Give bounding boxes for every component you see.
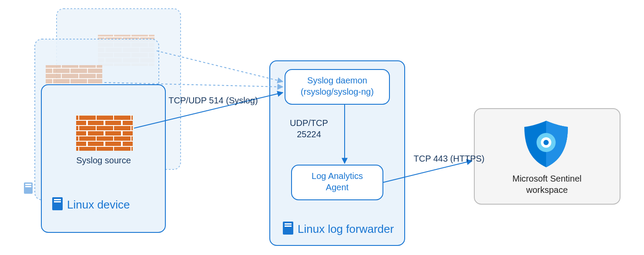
agent-label-2: Agent: [326, 182, 349, 192]
edge-label-syslog: TCP/UDP 514 (Syslog): [168, 96, 258, 105]
log-forwarder-panel: Syslog daemon (rsyslog/syslog-ng) UDP/TC…: [270, 61, 405, 245]
syslog-source-label: Syslog source: [76, 156, 131, 165]
edge-label-internal-1: UDP/TCP: [290, 118, 328, 128]
sentinel-label-2: workspace: [526, 185, 568, 195]
svg-rect-14: [25, 184, 31, 185]
syslog-daemon-label-2: (rsyslog/syslog-ng): [301, 87, 374, 96]
syslog-daemon-box: Syslog daemon (rsyslog/syslog-ng): [285, 70, 389, 104]
sentinel-label-1: Microsoft Sentinel: [513, 174, 582, 183]
sentinel-panel: Microsoft Sentinel workspace: [474, 109, 620, 204]
server-icon: [24, 182, 33, 194]
forwarder-title: Linux log forwarder: [298, 222, 394, 235]
svg-rect-15: [25, 186, 31, 187]
linux-device-title: Linux device: [67, 198, 130, 211]
svg-rect-24: [285, 223, 292, 225]
svg-point-29: [543, 140, 549, 145]
edge-label-internal-2: 25224: [297, 129, 321, 139]
server-icon: [52, 197, 63, 210]
firewall-icon: [76, 115, 133, 151]
svg-rect-18: [54, 199, 61, 200]
svg-rect-25: [285, 225, 292, 227]
architecture-diagram: rce e Syslog source Linux device Syslog …: [0, 0, 644, 255]
linux-device-panel: Syslog source Linux device: [41, 85, 165, 232]
edge-label-https: TCP 443 (HTTPS): [414, 154, 485, 163]
syslog-daemon-label-1: Syslog daemon: [307, 76, 367, 85]
agent-label-1: Log Analytics: [312, 171, 363, 181]
log-analytics-agent-box: Log Analytics Agent: [292, 165, 383, 200]
server-icon: [283, 222, 293, 235]
svg-rect-19: [54, 201, 61, 202]
